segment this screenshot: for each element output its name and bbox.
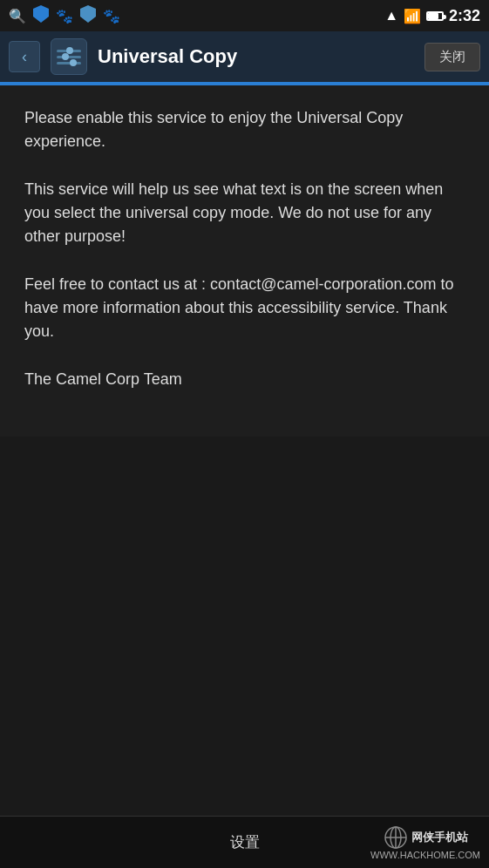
app-icon xyxy=(51,38,87,75)
app-header: ‹ Universal Copy 关闭 xyxy=(0,31,489,84)
app-title: Universal Copy xyxy=(98,45,414,68)
search-icon: 🔍 xyxy=(9,8,26,24)
watermark-area: 网侠手机站 WWW.HACKHOME.COM xyxy=(332,825,489,860)
paragraph-4: The Camel Corp Team xyxy=(24,368,465,391)
time-display: 2:32 xyxy=(449,7,480,25)
close-button[interactable]: 关闭 xyxy=(424,43,480,71)
battery-icon xyxy=(426,11,444,21)
status-bar-right: ▲ 📶 2:32 xyxy=(384,7,480,25)
watermark-top: 网侠手机站 xyxy=(384,825,468,850)
shield2-icon xyxy=(80,5,96,26)
bottom-nav: 设置 网侠手机站 WWW.HACKHOME.COM xyxy=(0,816,489,868)
settings-label: 设置 xyxy=(230,832,260,852)
watermark-brand: 网侠手机站 xyxy=(411,830,468,845)
paw1-icon: 🐾 xyxy=(56,8,73,24)
back-arrow-icon: ‹ xyxy=(22,48,27,66)
signal-icon: 📶 xyxy=(404,8,421,24)
watermark-url: WWW.HACKHOME.COM xyxy=(370,850,480,860)
back-button[interactable]: ‹ xyxy=(9,41,40,72)
status-bar-left: 🔍 🐾 🐾 xyxy=(9,5,120,26)
status-bar: 🔍 🐾 🐾 ▲ 📶 2:32 xyxy=(0,0,489,31)
paragraph-2: This service will help us see what text … xyxy=(24,178,465,248)
wifi-icon: ▲ xyxy=(384,8,398,24)
shield1-icon xyxy=(33,5,49,26)
paw2-icon: 🐾 xyxy=(103,8,120,24)
settings-tab[interactable]: 设置 xyxy=(157,832,332,852)
globe-icon xyxy=(384,825,408,850)
paragraph-3: Feel free to contact us at : contact@cam… xyxy=(24,273,465,343)
sliders-icon xyxy=(57,47,81,66)
main-content: Please enable this service to enjoy the … xyxy=(0,85,489,437)
paragraph-1: Please enable this service to enjoy the … xyxy=(24,106,465,153)
watermark: 网侠手机站 WWW.HACKHOME.COM xyxy=(370,825,480,860)
